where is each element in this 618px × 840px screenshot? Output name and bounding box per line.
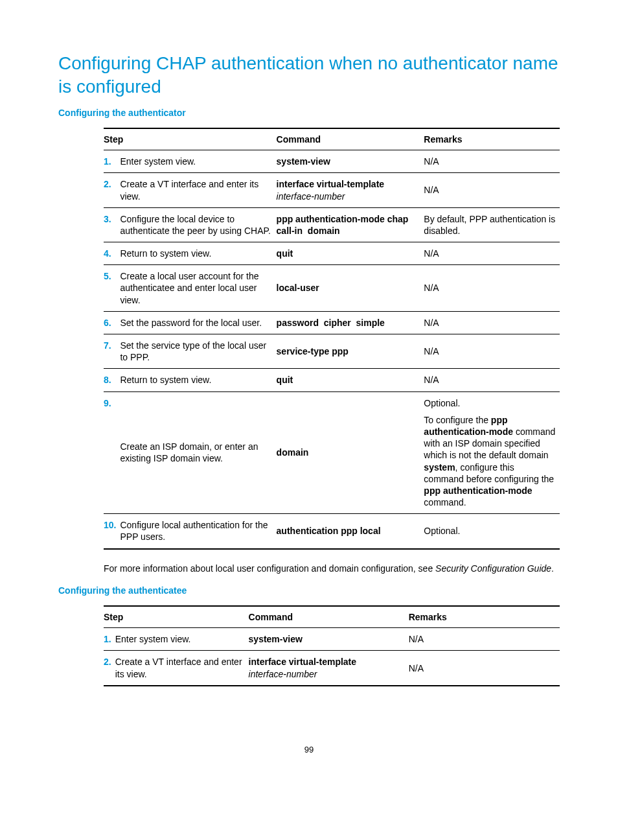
th-step: Step	[104, 606, 249, 628]
step-number: 1.	[104, 150, 120, 173]
th-remarks: Remarks	[424, 128, 560, 150]
step-number: 2.	[104, 651, 115, 686]
remarks-text: Optional. To configure the ppp authentic…	[424, 391, 560, 514]
table-row: 10. Configure local authentication for t…	[104, 514, 560, 549]
page-number: 99	[58, 745, 560, 756]
remarks-text: N/A	[424, 311, 560, 334]
command-text: service-type ppp	[277, 334, 424, 369]
step-text: Return to system view.	[120, 369, 276, 391]
remarks-text: N/A	[424, 265, 560, 312]
step-number: 4.	[104, 242, 120, 265]
table-row: 1. Enter system view. system-view N/A	[104, 628, 560, 651]
table-row: 2. Create a VT interface and enter its v…	[104, 173, 560, 207]
table-row: 4. Return to system view. quit N/A	[104, 242, 560, 265]
table-row: 9. Create an ISP domain, or enter an exi…	[104, 391, 560, 514]
authenticator-table: Step Command Remarks 1. Enter system vie…	[104, 128, 560, 550]
step-text: Configure the local device to authentica…	[120, 207, 276, 242]
table-row: 6. Set the password for the local user. …	[104, 311, 560, 334]
remarks-text: N/A	[409, 651, 560, 686]
table-row: 5. Create a local user account for the a…	[104, 265, 560, 312]
command-text: interface virtual-templateinterface-numb…	[277, 173, 424, 207]
step-text: Enter system view.	[115, 628, 249, 651]
step-text: Create a VT interface and enter its view…	[120, 173, 276, 207]
command-text: local-user	[277, 265, 424, 312]
step-number: 3.	[104, 207, 120, 242]
step-number: 10.	[104, 514, 120, 549]
table-header-row: Step Command Remarks	[104, 128, 560, 150]
table-row: 3. Configure the local device to authent…	[104, 207, 560, 242]
step-text: Enter system view.	[120, 150, 276, 173]
command-text: password cipher simple	[277, 311, 424, 334]
step-text: Configure local authentication for the P…	[120, 514, 276, 549]
command-text: system-view	[277, 150, 424, 173]
section-heading-authenticatee: Configuring the authenticatee	[58, 585, 560, 596]
th-command: Command	[277, 128, 424, 150]
remarks-text: Optional.	[424, 514, 560, 549]
command-text: ppp authentication-mode chapcall-in doma…	[277, 207, 424, 242]
th-remarks: Remarks	[409, 606, 560, 628]
remarks-text: By default, PPP authentication is disabl…	[424, 207, 560, 242]
table-header-row: Step Command Remarks	[104, 606, 560, 628]
step-number: 1.	[104, 628, 115, 651]
remarks-text: N/A	[424, 150, 560, 173]
step-text: Set the service type of the local user t…	[120, 334, 276, 369]
command-text: quit	[277, 242, 424, 265]
step-number: 7.	[104, 334, 120, 369]
table-row: 2. Create a VT interface and enter its v…	[104, 651, 560, 686]
th-command: Command	[249, 606, 409, 628]
table-row: 1. Enter system view. system-view N/A	[104, 150, 560, 173]
authenticatee-table: Step Command Remarks 1. Enter system vie…	[104, 605, 560, 686]
remarks-text: N/A	[424, 369, 560, 391]
remarks-text: N/A	[424, 334, 560, 369]
step-text: Set the password for the local user.	[120, 311, 276, 334]
step-number: 2.	[104, 173, 120, 207]
section-heading-authenticator: Configuring the authenticator	[58, 107, 560, 119]
remarks-text: N/A	[424, 173, 560, 207]
page-title: Configuring CHAP authentication when no …	[58, 52, 560, 99]
command-text: authentication ppp local	[277, 514, 424, 549]
remarks-text: N/A	[409, 628, 560, 651]
command-text: quit	[277, 369, 424, 391]
step-number: 9.	[104, 391, 120, 514]
th-step: Step	[104, 128, 277, 150]
step-text: Create a local user account for the auth…	[120, 265, 276, 312]
remarks-text: N/A	[424, 242, 560, 265]
step-text: Return to system view.	[120, 242, 276, 265]
step-text: Create an ISP domain, or enter an existi…	[120, 391, 276, 514]
table-row: 7. Set the service type of the local use…	[104, 334, 560, 369]
step-number: 5.	[104, 265, 120, 312]
step-number: 8.	[104, 369, 120, 391]
command-text: interface virtual-templateinterface-numb…	[249, 651, 409, 686]
table-row: 8. Return to system view. quit N/A	[104, 369, 560, 391]
footnote-text: For more information about local user co…	[104, 563, 560, 574]
step-number: 6.	[104, 311, 120, 334]
step-text: Create a VT interface and enter its view…	[115, 651, 249, 686]
command-text: system-view	[249, 628, 409, 651]
command-text: domain	[277, 391, 424, 514]
